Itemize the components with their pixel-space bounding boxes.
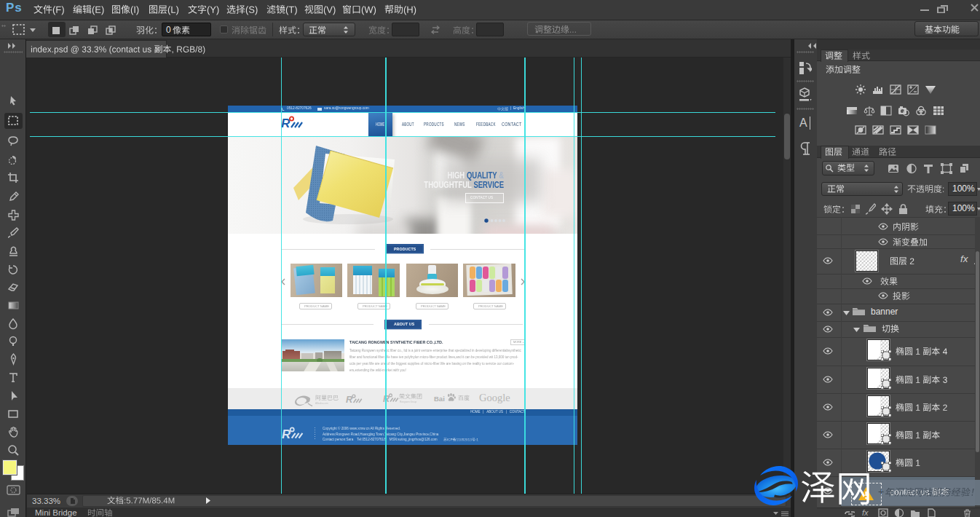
svg-text:fx: fx	[862, 508, 869, 517]
svg-text:R: R	[282, 427, 291, 440]
